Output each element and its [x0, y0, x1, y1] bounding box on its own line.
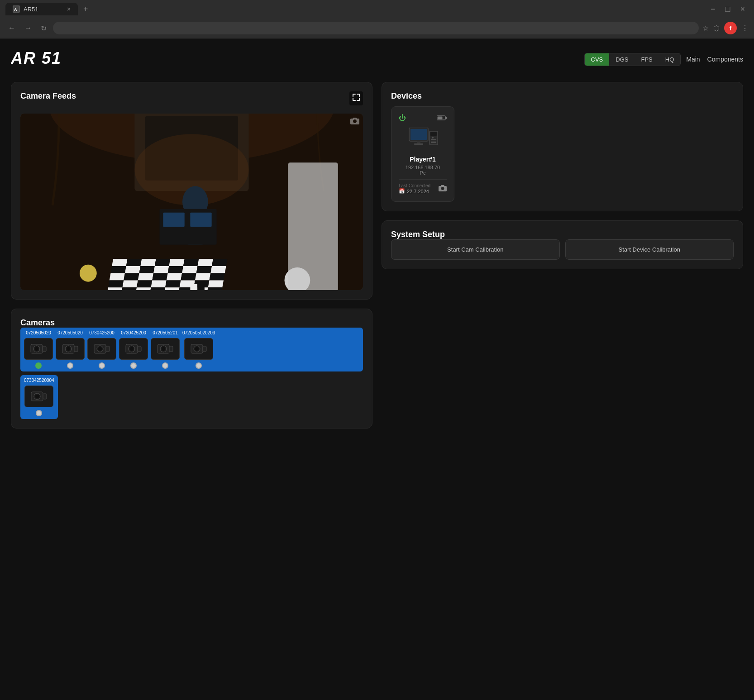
nav-pill-dgs[interactable]: DGS — [609, 53, 635, 66]
nav-pill-fps[interactable]: FPS — [635, 53, 659, 66]
camera-badge-6: 0720505020203 — [182, 330, 215, 335]
svg-rect-76 — [43, 346, 46, 352]
svg-rect-22 — [125, 266, 140, 273]
browser-titlebar: A AR51 × + − □ × — [0, 0, 754, 18]
new-tab-btn[interactable]: + — [80, 5, 92, 14]
svg-rect-36 — [209, 273, 224, 281]
camera-feeds-panel: Camera Feeds — [11, 82, 372, 300]
nav-pill-cvs[interactable]: CVS — [585, 53, 610, 66]
user-avatar[interactable]: f — [724, 22, 737, 34]
camera-thumb-1 — [24, 338, 53, 360]
right-column: Devices ⏻ — [382, 82, 743, 300]
svg-rect-84 — [106, 346, 110, 352]
svg-rect-96 — [203, 346, 206, 352]
svg-point-83 — [98, 347, 102, 351]
svg-rect-48 — [150, 287, 165, 290]
svg-rect-66 — [414, 143, 423, 145]
svg-point-57 — [80, 265, 97, 282]
svg-rect-52 — [207, 287, 222, 290]
svg-rect-65 — [417, 141, 420, 143]
browser-chrome: A AR51 × + − □ × ← → ↻ ☆ ⬡ f ⋮ — [0, 0, 754, 38]
svg-rect-15 — [140, 259, 156, 266]
svg-rect-46 — [121, 287, 137, 290]
camera-thumb-2 — [56, 338, 85, 360]
svg-rect-88 — [138, 346, 141, 352]
svg-rect-62 — [438, 117, 443, 119]
nav-pill-hq[interactable]: HQ — [659, 53, 681, 66]
svg-rect-30 — [124, 273, 139, 281]
svg-rect-27 — [196, 266, 212, 273]
start-cam-calibration-btn[interactable]: Start Cam Calibration — [391, 239, 560, 260]
tab-close-btn[interactable]: × — [67, 5, 71, 13]
svg-rect-72 — [431, 142, 436, 143]
camera-badge-1: 0720505020 — [26, 330, 51, 335]
camera-thumb-6 — [184, 338, 213, 360]
win-close-btn[interactable]: × — [736, 5, 749, 14]
svg-point-69 — [432, 137, 434, 138]
address-bar[interactable] — [53, 22, 699, 34]
camera-item-3[interactable]: 0730425200 — [87, 330, 116, 369]
camera-item-2[interactable]: 0720505020 — [56, 330, 85, 369]
forward-btn[interactable]: → — [22, 22, 34, 34]
app-logo: AR 51 — [11, 48, 65, 71]
svg-rect-31 — [138, 273, 153, 281]
svg-rect-21 — [110, 266, 126, 273]
tab-title: AR51 — [24, 6, 38, 13]
svg-point-91 — [162, 347, 165, 351]
svg-rect-19 — [197, 259, 213, 266]
device-card-player1[interactable]: ⏻ — [391, 106, 454, 202]
device-camera-icon[interactable] — [439, 185, 447, 193]
camera-item-6[interactable]: 0720505020203 — [182, 330, 215, 369]
camera-thumb-7 — [24, 386, 53, 407]
svg-rect-64 — [410, 129, 427, 140]
extensions-icon[interactable]: ⬡ — [713, 24, 720, 33]
camera-badge-7: 073042520004 — [24, 378, 54, 383]
browser-toolbar: ← → ↻ ☆ ⬡ f ⋮ — [0, 18, 754, 38]
svg-rect-61 — [445, 117, 447, 119]
svg-rect-39 — [137, 280, 152, 287]
last-connected-date: 📅 22.7.2024 — [399, 188, 430, 194]
camera-badge-3: 0730425200 — [89, 330, 115, 335]
device-ip: 192.168.188.70 — [399, 165, 447, 170]
camera-item-4[interactable]: 0730425200 — [119, 330, 148, 369]
win-maximize-btn[interactable]: □ — [722, 5, 734, 14]
svg-rect-41 — [165, 280, 181, 287]
power-icon: ⏻ — [399, 114, 406, 122]
svg-rect-54 — [197, 284, 205, 290]
svg-text:AR 51: AR 51 — [11, 49, 62, 67]
browser-tab[interactable]: A AR51 × — [5, 3, 78, 15]
svg-rect-29 — [110, 273, 125, 281]
camera-row-selected: 0720505020 0720505020 — [20, 328, 363, 371]
svg-rect-35 — [195, 273, 210, 281]
device-name: Player#1 — [399, 156, 447, 163]
svg-rect-70 — [431, 139, 436, 140]
nav-pills: CVS DGS FPS HQ — [584, 53, 681, 66]
tab-favicon: A — [13, 5, 20, 13]
device-last-connected: Last Connected 📅 22.7.2024 — [399, 183, 430, 194]
main-grid: Camera Feeds — [11, 82, 743, 300]
camera-status-7 — [36, 410, 42, 416]
app-header: AR 51 CVS DGS FPS HQ Main Components — [11, 48, 743, 71]
camera-item-7-wrapper[interactable]: 073042520004 — [20, 375, 58, 419]
svg-rect-14 — [126, 259, 142, 266]
camera-item-1[interactable]: 0720505020 — [24, 330, 53, 369]
back-btn[interactable]: ← — [5, 22, 18, 34]
nav-link-components[interactable]: Components — [707, 56, 743, 63]
svg-rect-44 — [208, 280, 224, 287]
camera-item-5[interactable]: 0720505201 — [151, 330, 180, 369]
fullscreen-btn[interactable] — [349, 91, 363, 105]
svg-rect-20 — [212, 259, 227, 266]
svg-rect-11 — [163, 213, 184, 227]
camera-status-5 — [162, 362, 168, 369]
refresh-btn[interactable]: ↻ — [38, 22, 49, 34]
camera-status-6 — [196, 362, 202, 369]
nav-text-links: Main Components — [686, 56, 743, 63]
camera-feed-image — [20, 114, 363, 290]
app-content: AR 51 CVS DGS FPS HQ Main Components Cam… — [0, 38, 754, 700]
start-device-calibration-btn[interactable]: Start Device Calibration — [565, 239, 734, 260]
svg-rect-34 — [181, 273, 196, 281]
win-minimize-btn[interactable]: − — [707, 5, 719, 14]
menu-icon[interactable]: ⋮ — [741, 24, 749, 33]
nav-link-main[interactable]: Main — [686, 56, 700, 63]
bookmark-icon[interactable]: ☆ — [702, 24, 709, 33]
